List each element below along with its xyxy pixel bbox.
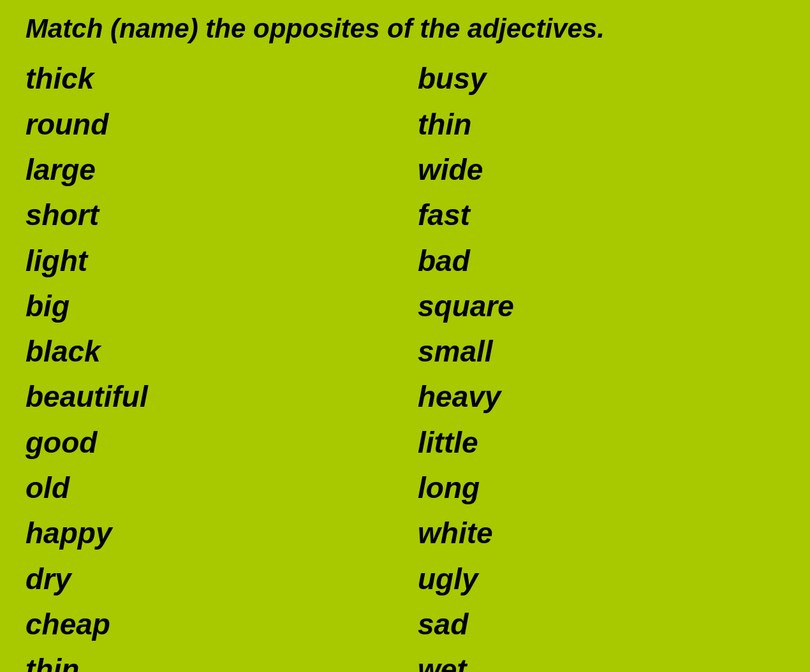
left-word-2: large bbox=[26, 147, 405, 193]
left-word-12: cheap bbox=[26, 602, 405, 647]
right-word-5: square bbox=[405, 284, 784, 329]
left-word-1: round bbox=[26, 102, 405, 147]
left-word-0: thick bbox=[26, 56, 405, 101]
right-word-12: sad bbox=[405, 602, 784, 647]
page-title: Match (name) the opposites of the adject… bbox=[26, 13, 784, 45]
left-word-11: dry bbox=[26, 557, 405, 602]
right-word-7: heavy bbox=[405, 374, 784, 420]
right-word-13: wet bbox=[405, 647, 784, 672]
right-column: busythinwidefastbadsquaresmallheavylittl… bbox=[405, 56, 784, 672]
right-word-9: long bbox=[405, 465, 784, 511]
left-word-3: short bbox=[26, 193, 405, 238]
left-word-13: thin bbox=[26, 647, 405, 672]
right-word-11: ugly bbox=[405, 557, 784, 602]
left-word-9: old bbox=[26, 465, 405, 511]
right-word-10: white bbox=[405, 511, 784, 556]
right-word-3: fast bbox=[405, 193, 784, 238]
right-word-0: busy bbox=[405, 56, 784, 101]
left-word-6: black bbox=[26, 329, 405, 374]
left-word-5: big bbox=[26, 284, 405, 329]
left-column: thickroundlargeshortlightbigblackbeautif… bbox=[26, 56, 405, 672]
right-word-6: small bbox=[405, 329, 784, 374]
left-word-4: light bbox=[26, 238, 405, 284]
right-word-8: little bbox=[405, 420, 784, 465]
right-word-2: wide bbox=[405, 147, 784, 193]
left-word-7: beautiful bbox=[26, 374, 405, 420]
word-columns: thickroundlargeshortlightbigblackbeautif… bbox=[26, 56, 784, 672]
right-word-1: thin bbox=[405, 102, 784, 147]
left-word-8: good bbox=[26, 420, 405, 465]
left-word-10: happy bbox=[26, 511, 405, 556]
right-word-4: bad bbox=[405, 238, 784, 284]
